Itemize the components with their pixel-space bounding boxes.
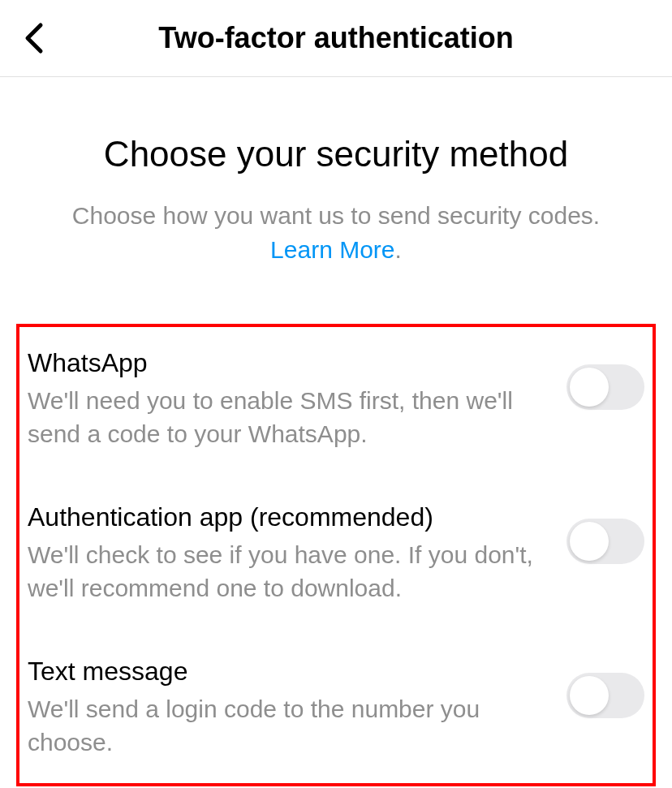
method-title: Text message (28, 657, 542, 687)
subtitle-text: Choose how you want us to send security … (72, 202, 600, 229)
method-text: Authentication app (recommended) We'll c… (28, 502, 566, 605)
text-message-toggle[interactable] (566, 673, 644, 718)
method-title: WhatsApp (28, 348, 542, 378)
method-text: Text message We'll send a login code to … (28, 657, 566, 759)
toggle-knob (570, 522, 609, 561)
method-item-authentication-app: Authentication app (recommended) We'll c… (28, 491, 644, 645)
chevron-left-icon (23, 22, 45, 54)
whatsapp-toggle[interactable] (566, 364, 644, 410)
method-description: We'll need you to enable SMS first, then… (28, 385, 542, 450)
authentication-app-toggle[interactable] (566, 519, 644, 564)
section-title: Choose your security method (16, 134, 656, 174)
method-item-whatsapp: WhatsApp We'll need you to enable SMS fi… (28, 337, 644, 491)
page-title: Two-factor authentication (0, 21, 672, 55)
method-title: Authentication app (recommended) (28, 502, 542, 532)
subtitle-suffix: . (395, 236, 402, 263)
header: Two-factor authentication (0, 0, 672, 77)
section-subtitle: Choose how you want us to send security … (16, 199, 656, 267)
toggle-knob (570, 676, 609, 715)
method-description: We'll check to see if you have one. If y… (28, 539, 542, 605)
back-button[interactable] (18, 22, 50, 54)
method-description: We'll send a login code to the number yo… (28, 693, 542, 759)
toggle-knob (570, 368, 609, 407)
method-text: WhatsApp We'll need you to enable SMS fi… (28, 348, 566, 450)
security-methods-box: WhatsApp We'll need you to enable SMS fi… (16, 324, 656, 786)
content: Choose your security method Choose how y… (0, 77, 672, 786)
method-item-text-message: Text message We'll send a login code to … (28, 645, 644, 767)
learn-more-link[interactable]: Learn More (270, 236, 394, 263)
